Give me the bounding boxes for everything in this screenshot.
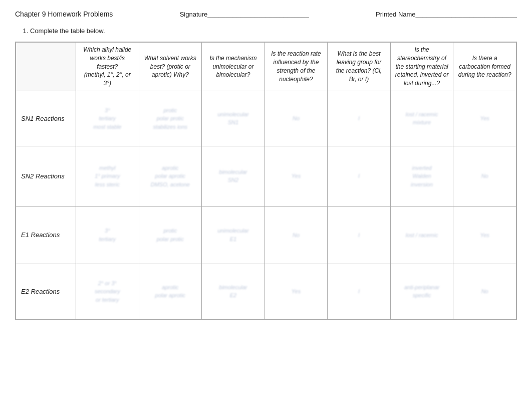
header-cell-leaving-group: What is the best leaving group for the r… <box>328 43 391 91</box>
e1-stereochem-cell: lost / racemic <box>390 206 453 264</box>
sn1-rate-cell: No <box>264 91 328 146</box>
header-cell-alkyl-halide: Which alkyl halide works best/is fastest… <box>76 43 139 91</box>
sn2-stereochem-cell: invertedWaldeninversion <box>390 146 453 206</box>
e1-rate-cell: No <box>264 206 328 264</box>
sn2-mechanism-cell: bimolecularSN2 <box>202 146 265 206</box>
header-cell-carbocation: Is there a carbocation formed during the… <box>453 43 516 91</box>
e2-stereochem-cell: anti-periplanarspecific <box>390 264 453 319</box>
e2-solvent-cell: aproticpolar aprotic <box>139 264 202 319</box>
row-label-sn1: SN1 Reactions <box>16 91 76 146</box>
e1-carbocation-cell: Yes <box>453 206 516 264</box>
sn2-solvent-cell: aproticpolar aproticDMSO, acetone <box>139 146 202 206</box>
page-header: Chapter 9 Homework Problems Signature___… <box>15 10 517 18</box>
sn1-mechanism-cell: unimolecularSN1 <box>202 91 265 146</box>
table-header-row: Which alkyl halide works best/is fastest… <box>16 43 516 91</box>
e1-leaving-group-cell: I <box>328 206 391 264</box>
sn2-alkyl-halide-cell: methyl1° primaryless steric <box>76 146 139 206</box>
sn2-carbocation-cell: No <box>453 146 516 206</box>
e2-mechanism-cell: bimolecularE2 <box>202 264 265 319</box>
e1-mechanism-cell: unimolecularE1 <box>202 206 265 264</box>
header-cell-mechanism: Is the mechanism unimolecular or bimolec… <box>202 43 265 91</box>
table-row-sn1: SN1 Reactions 3°tertiarymost stable prot… <box>16 91 516 146</box>
row-label-sn2: SN2 Reactions <box>16 146 76 206</box>
sn2-leaving-group-cell: I <box>328 146 391 206</box>
chapter-title: Chapter 9 Homework Problems <box>15 10 113 18</box>
header-cell-solvent: What solvent works best? (protic or apro… <box>139 43 202 91</box>
sn1-solvent-cell: proticpolar proticstabilizes ions <box>139 91 202 146</box>
row-label-e1: E1 Reactions <box>16 206 76 264</box>
e1-alkyl-halide-cell: 3°tertiary <box>76 206 139 264</box>
table-row-e2: E2 Reactions 2° or 3°secondaryor tertiar… <box>16 264 516 319</box>
homework-table-wrapper: Which alkyl halide works best/is fastest… <box>15 42 517 320</box>
sn1-carbocation-cell: Yes <box>453 91 516 146</box>
sn1-leaving-group-cell: I <box>328 91 391 146</box>
e2-leaving-group-cell: I <box>328 264 391 319</box>
printed-name-line: Printed Name____________________________ <box>376 11 517 18</box>
e2-alkyl-halide-cell: 2° or 3°secondaryor tertiary <box>76 264 139 319</box>
signature-line: Signature____________________________ <box>180 11 309 18</box>
e2-rate-cell: Yes <box>264 264 328 319</box>
table-row-sn2: SN2 Reactions methyl1° primaryless steri… <box>16 146 516 206</box>
homework-table: Which alkyl halide works best/is fastest… <box>16 42 516 319</box>
e2-carbocation-cell: No <box>453 264 516 319</box>
header-cell-rate: Is the reaction rate influenced by the s… <box>264 43 328 91</box>
instruction-item-1: Complete the table below. <box>30 27 517 35</box>
table-row-e1: E1 Reactions 3°tertiary proticpolar prot… <box>16 206 516 264</box>
sn2-rate-cell: Yes <box>264 146 328 206</box>
sn1-stereochem-cell: lost / racemicmixture <box>390 91 453 146</box>
e1-solvent-cell: proticpolar protic <box>139 206 202 264</box>
row-label-e2: E2 Reactions <box>16 264 76 319</box>
header-cell-empty <box>16 43 76 91</box>
instructions-section: Complete the table below. <box>15 27 517 35</box>
sn1-alkyl-halide-cell: 3°tertiarymost stable <box>76 91 139 146</box>
header-cell-stereochem: Is the stereochemistry of the starting m… <box>390 43 453 91</box>
